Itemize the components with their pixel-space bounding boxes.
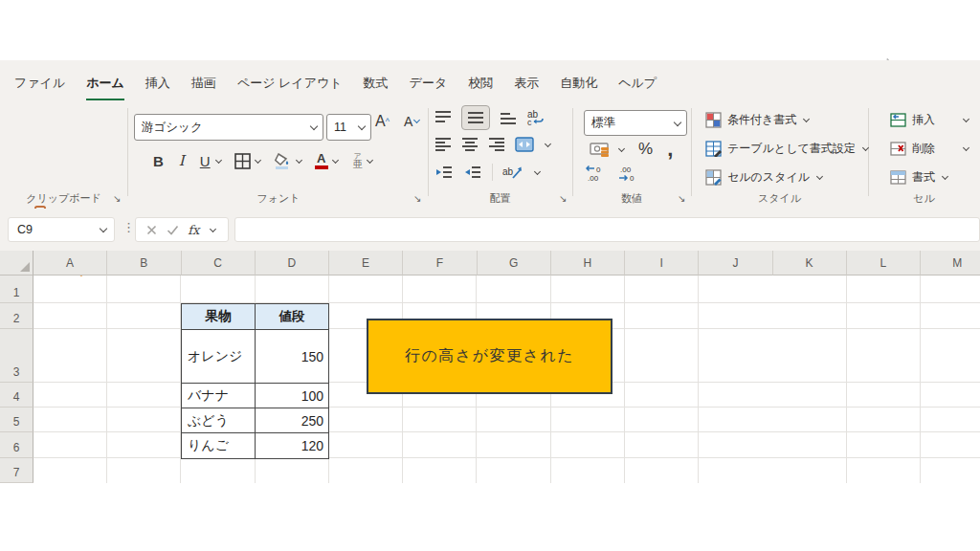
cell-C5[interactable]: ぶどう bbox=[182, 408, 256, 433]
column-header-C[interactable]: C bbox=[182, 251, 256, 276]
merge-center-chevron[interactable] bbox=[545, 140, 551, 146]
column-header-A[interactable]: A bbox=[33, 251, 107, 276]
cell-C4[interactable]: バナナ bbox=[182, 384, 256, 408]
orientation-chevron[interactable] bbox=[534, 167, 541, 174]
text-orientation-icon[interactable]: ab bbox=[502, 164, 523, 181]
tab-insert[interactable]: 挿入 bbox=[135, 75, 181, 100]
name-box[interactable]: C9 bbox=[8, 217, 115, 242]
cell-C6[interactable]: りんご bbox=[182, 433, 256, 459]
cell-styles-button[interactable]: セルのスタイル bbox=[705, 169, 824, 186]
row-header-3[interactable]: 3 bbox=[0, 329, 33, 383]
currency-chevron[interactable] bbox=[618, 144, 625, 151]
increase-decimal-icon[interactable]: 0 .00 bbox=[586, 164, 607, 183]
cell-D6[interactable]: 120 bbox=[256, 433, 329, 459]
shrink-font-button[interactable]: A bbox=[404, 114, 421, 129]
number-format-select[interactable]: 標準 bbox=[584, 110, 687, 136]
row-header-4[interactable]: 4 bbox=[0, 383, 33, 408]
group-separator bbox=[572, 108, 573, 196]
column-header-F[interactable]: F bbox=[403, 251, 477, 276]
fx-chevron[interactable] bbox=[210, 225, 216, 231]
middle-align-button-selected[interactable] bbox=[461, 105, 490, 130]
cell-C3[interactable]: オレンジ bbox=[182, 330, 256, 384]
italic-button[interactable]: I bbox=[171, 152, 192, 169]
decrease-decimal-icon[interactable]: .00 0 bbox=[618, 164, 639, 183]
cell-D3[interactable]: 150 bbox=[256, 330, 329, 384]
tab-home[interactable]: ホーム bbox=[76, 75, 135, 100]
conditional-formatting-button[interactable]: 条件付き書式 bbox=[705, 112, 811, 128]
insert-cells-button[interactable]: 挿入 bbox=[890, 112, 970, 128]
formula-input[interactable] bbox=[234, 217, 980, 242]
format-cells-button[interactable]: 書式 bbox=[890, 169, 970, 186]
select-all-button[interactable] bbox=[0, 251, 33, 276]
tab-help[interactable]: ヘルプ bbox=[608, 75, 667, 100]
borders-grid-icon[interactable] bbox=[234, 153, 251, 169]
row-header-2[interactable]: 2 bbox=[0, 303, 33, 329]
column-header-M[interactable]: M bbox=[921, 251, 980, 276]
cell-D5[interactable]: 250 bbox=[256, 408, 329, 433]
cell-D4[interactable]: 100 bbox=[256, 384, 329, 408]
row-header-6[interactable]: 6 bbox=[0, 432, 33, 458]
tab-automate[interactable]: 自動化 bbox=[549, 75, 608, 100]
format-as-table-button[interactable]: テーブルとして書式設定 bbox=[705, 141, 870, 157]
font-color-chevron[interactable] bbox=[332, 156, 339, 163]
underline-chevron[interactable] bbox=[215, 156, 222, 163]
row-header-7[interactable]: 7 bbox=[0, 458, 33, 483]
percent-style-button[interactable]: % bbox=[638, 140, 653, 159]
phonetic-guide-button[interactable]: ア 亜 bbox=[353, 153, 363, 168]
column-header-J[interactable]: J bbox=[699, 251, 772, 276]
tab-review[interactable]: 校閲 bbox=[457, 75, 503, 100]
cancel-icon[interactable] bbox=[146, 225, 157, 235]
increase-indent-icon[interactable] bbox=[463, 165, 482, 180]
dialog-launcher-icon[interactable]: ↘ bbox=[113, 194, 121, 204]
row-header-1[interactable]: 1 bbox=[0, 276, 33, 303]
column-header-K[interactable]: K bbox=[773, 251, 847, 276]
column-header-H[interactable]: H bbox=[551, 251, 625, 276]
top-align-icon[interactable] bbox=[434, 110, 452, 125]
delete-cells-button[interactable]: 削除 bbox=[890, 141, 970, 157]
dialog-launcher-icon[interactable]: ↘ bbox=[559, 194, 567, 204]
bottom-align-icon[interactable] bbox=[500, 110, 517, 125]
underline-button[interactable]: U bbox=[192, 153, 214, 169]
insert-function-button[interactable]: fx bbox=[188, 223, 199, 237]
formula-bar-grip[interactable]: ⋮ bbox=[122, 220, 135, 234]
dialog-launcher-icon[interactable]: ↘ bbox=[413, 194, 421, 204]
column-header-E[interactable]: E bbox=[329, 251, 403, 276]
row-header-5[interactable]: 5 bbox=[0, 408, 33, 432]
bold-button[interactable]: B bbox=[145, 153, 171, 169]
align-right-icon[interactable] bbox=[488, 137, 505, 152]
decrease-indent-icon[interactable] bbox=[434, 165, 454, 180]
currency-icon[interactable] bbox=[590, 142, 611, 158]
align-center-icon[interactable] bbox=[461, 137, 479, 152]
font-size-select[interactable]: 11 bbox=[326, 114, 371, 141]
fill-color-chevron[interactable] bbox=[296, 156, 302, 163]
enter-check-icon[interactable] bbox=[167, 225, 179, 235]
column-header-L[interactable]: L bbox=[847, 251, 921, 276]
wrap-text-icon[interactable]: ab c bbox=[526, 109, 546, 126]
delete-cells-icon bbox=[890, 142, 906, 156]
merge-center-icon[interactable] bbox=[515, 137, 534, 152]
align-left-icon[interactable] bbox=[434, 137, 452, 152]
font-color-A-icon[interactable]: A bbox=[315, 153, 328, 169]
paint-bucket-icon[interactable] bbox=[274, 152, 292, 169]
tab-formulas[interactable]: 数式 bbox=[353, 75, 399, 100]
tab-data[interactable]: データ bbox=[399, 75, 458, 100]
tab-view[interactable]: 表示 bbox=[503, 75, 549, 100]
grow-font-button[interactable]: A^ bbox=[375, 113, 390, 130]
table-header-fruit[interactable]: 果物 bbox=[182, 304, 256, 330]
tab-draw[interactable]: 描画 bbox=[181, 75, 227, 100]
phonetic-chevron[interactable] bbox=[367, 156, 373, 163]
column-header-I[interactable]: I bbox=[625, 251, 699, 276]
callout-shape[interactable]: 行の高さが変更された bbox=[367, 319, 612, 394]
dialog-launcher-icon[interactable]: ↘ bbox=[678, 194, 685, 204]
borders-chevron[interactable] bbox=[255, 156, 261, 163]
table-row: バナナ 100 bbox=[182, 384, 329, 408]
column-header-G[interactable]: G bbox=[478, 251, 551, 276]
font-family-select[interactable]: 游ゴシック bbox=[134, 114, 323, 141]
tab-page-layout[interactable]: ページ レイアウト bbox=[227, 75, 353, 100]
tab-file[interactable]: ファイル bbox=[4, 75, 76, 100]
number-format-value: 標準 bbox=[585, 115, 615, 131]
column-header-B[interactable]: B bbox=[107, 251, 181, 276]
comma-style-button[interactable]: , bbox=[667, 144, 673, 154]
table-header-price[interactable]: 値段 bbox=[256, 304, 329, 330]
column-header-D[interactable]: D bbox=[256, 251, 329, 276]
